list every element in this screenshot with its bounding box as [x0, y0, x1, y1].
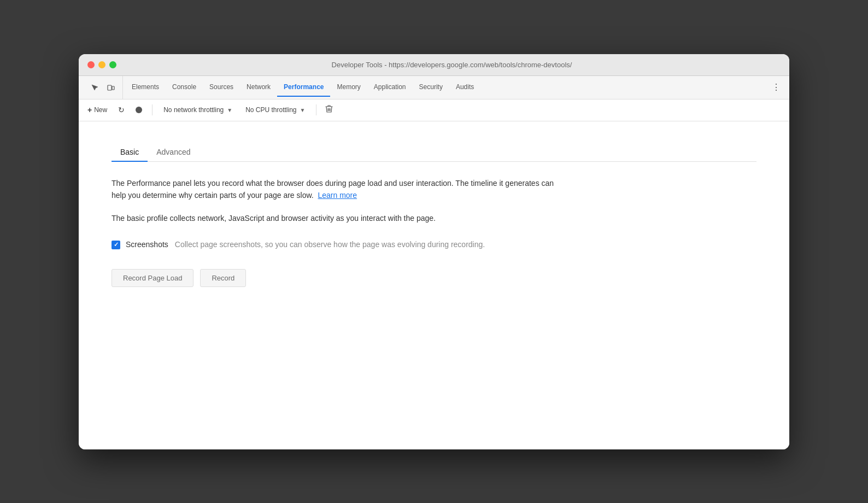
tab-audits[interactable]: Audits: [449, 78, 480, 97]
title-bar: Developer Tools - https://developers.goo…: [79, 54, 789, 76]
devtools-tab-bar: Elements Console Sources Network Perform…: [79, 76, 789, 100]
tab-icon-group: [83, 76, 123, 99]
screenshots-label: Screenshots: [126, 240, 168, 249]
record-button[interactable]: [132, 104, 145, 115]
content-tab-basic[interactable]: Basic: [112, 143, 148, 162]
content-tab-bar: Basic Advanced: [112, 143, 756, 162]
tab-memory[interactable]: Memory: [330, 78, 367, 97]
record-dot-icon: [136, 107, 142, 113]
record-button-main[interactable]: Record: [200, 269, 246, 287]
more-tabs-button[interactable]: ⋮: [767, 78, 785, 97]
description-2: The basic profile collects network, Java…: [112, 212, 560, 224]
screenshots-row: ✓ Screenshots Collect page screenshots, …: [112, 240, 756, 249]
svg-rect-1: [112, 86, 114, 90]
action-buttons: Record Page Load Record: [112, 269, 756, 287]
screenshots-text-group: Screenshots Collect page screenshots, so…: [126, 240, 485, 249]
minimize-button[interactable]: [98, 61, 105, 68]
new-label: New: [94, 106, 107, 114]
tab-application[interactable]: Application: [367, 78, 413, 97]
window-title: Developer Tools - https://developers.goo…: [123, 61, 781, 69]
screenshots-checkbox[interactable]: ✓: [112, 241, 120, 249]
cursor-icon[interactable]: [87, 80, 102, 95]
plus-icon: +: [87, 106, 92, 114]
tab-elements[interactable]: Elements: [125, 78, 166, 97]
description-1: The Performance panel lets you record wh…: [112, 177, 560, 202]
network-throttling-label: No network throttling: [163, 106, 224, 114]
cpu-throttling-arrow: ▼: [300, 107, 306, 113]
new-button[interactable]: + New: [84, 103, 110, 116]
traffic-lights: [87, 61, 116, 68]
clear-button[interactable]: [323, 102, 335, 118]
network-throttling-dropdown[interactable]: No network throttling ▼: [159, 104, 237, 116]
device-toggle-icon[interactable]: [104, 80, 118, 95]
network-throttling-arrow: ▼: [227, 107, 232, 113]
maximize-button[interactable]: [109, 61, 116, 68]
cpu-throttling-dropdown[interactable]: No CPU throttling ▼: [241, 104, 309, 116]
performance-toolbar: + New ↻ No network throttling ▼ No CPU t…: [79, 100, 789, 121]
content-tab-advanced[interactable]: Advanced: [148, 143, 199, 162]
svg-rect-0: [108, 85, 112, 90]
tab-network[interactable]: Network: [240, 78, 277, 97]
tab-console[interactable]: Console: [166, 78, 203, 97]
main-content: Basic Advanced The Performance panel let…: [79, 121, 789, 449]
tab-sources[interactable]: Sources: [203, 78, 240, 97]
cpu-throttling-label: No CPU throttling: [245, 106, 296, 114]
screenshots-description: Collect page screenshots, so you can obs…: [175, 240, 485, 249]
tab-performance[interactable]: Performance: [277, 78, 330, 97]
learn-more-link[interactable]: Learn more: [318, 191, 357, 200]
tab-security[interactable]: Security: [413, 78, 449, 97]
separator-2: [316, 104, 316, 115]
record-page-load-button[interactable]: Record Page Load: [112, 269, 193, 287]
reload-icon: ↻: [118, 106, 125, 114]
reload-button[interactable]: ↻: [115, 103, 128, 116]
devtools-window: Developer Tools - https://developers.goo…: [79, 54, 789, 449]
separator-1: [152, 104, 153, 115]
checkmark-icon: ✓: [114, 241, 119, 248]
close-button[interactable]: [87, 61, 95, 68]
